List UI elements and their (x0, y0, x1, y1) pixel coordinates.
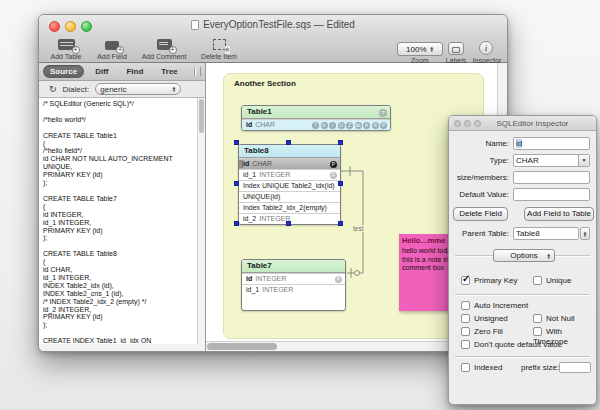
options-popup[interactable]: Options ▲▼ (493, 249, 555, 262)
autoincrement-badge: A (363, 122, 370, 129)
dont-quote-default-checkbox[interactable]: Don't quote default value (461, 340, 562, 351)
table8-field-id-1[interactable]: id_1INTEGER F (239, 169, 340, 180)
selection-handle[interactable] (338, 181, 343, 186)
checkbox-icon[interactable] (461, 327, 470, 336)
auto-increment-checkbox[interactable]: Auto Increment (461, 301, 528, 312)
zoom-stepper[interactable]: 100% ▲▼ (397, 42, 443, 56)
table7-field-id[interactable]: idINTEGER P (242, 273, 345, 284)
window-header: EveryOptionTestFile.sqs — Edited + Add T… (39, 15, 507, 63)
table8-index-row[interactable]: Index UNIQUE Table2_idx(id) (239, 180, 340, 191)
checkbox-icon[interactable] (461, 301, 470, 310)
prefix-size-label: prefix size: (521, 363, 559, 374)
with-timezone-checkbox[interactable]: With Timezone (533, 327, 596, 338)
indexed-badge: i (329, 122, 336, 129)
prefix-size-field[interactable] (559, 362, 591, 373)
checkbox-icon[interactable] (533, 276, 542, 285)
add-table-button[interactable]: + Add Table (45, 37, 87, 63)
minimize-window-button[interactable] (464, 120, 471, 127)
add-field-to-table-button[interactable]: Add Field to Table (524, 207, 594, 221)
unique-checkbox[interactable]: Unique (533, 276, 571, 287)
checkbox-icon[interactable] (533, 314, 542, 323)
selection-handle[interactable] (234, 221, 239, 226)
add-field-button[interactable]: + Add Field (91, 37, 133, 63)
inspector-title: SQLEditor Inspector (479, 119, 586, 128)
sql-source-text: /* SQLEditor (Generic SQL)*/ /*hello wor… (39, 98, 197, 344)
unique-badge: U (338, 122, 345, 129)
foreignkey-badge: F (330, 172, 337, 179)
size-members-label: size/members: (449, 171, 509, 184)
relation-label[interactable]: test (352, 225, 364, 232)
table7-field-id-1[interactable]: id_1INTEGER (242, 284, 345, 295)
tab-find[interactable]: Find (119, 65, 150, 78)
refresh-icon[interactable]: ↻ (49, 84, 57, 94)
table-table1[interactable]: Table1 ? idCHAR ? tz i U Z ab A N P (241, 105, 391, 131)
table-table7[interactable]: Table7 idINTEGER P id_1INTEGER (241, 259, 346, 311)
indexed-checkbox[interactable]: Indexed (461, 363, 502, 374)
add-comment-icon: + (157, 39, 172, 50)
field-option-badges: ? tz i U Z ab A N P (312, 122, 387, 129)
size-members-field[interactable] (513, 171, 590, 184)
table8-field-id[interactable]: idCHAR P (239, 158, 340, 169)
checkbox-icon[interactable] (461, 340, 470, 349)
minimize-window-button[interactable] (65, 21, 76, 32)
chevron-down-icon[interactable]: ▼ (578, 155, 589, 166)
selection-handle[interactable] (234, 140, 239, 145)
checkbox-icon[interactable] (461, 276, 470, 285)
checkbox-icon[interactable] (461, 314, 470, 323)
selection-handle[interactable] (338, 221, 343, 226)
close-window-button[interactable] (49, 21, 60, 32)
source-tabbar: Source Diff Find Tree (39, 63, 205, 81)
selection-handle[interactable] (338, 140, 343, 145)
table1-field-id[interactable]: idCHAR ? tz i U Z ab A N P (242, 119, 390, 130)
zerofill-badge: Z (346, 122, 353, 129)
selection-handle[interactable] (234, 181, 239, 186)
inspector-window: SQLEditor Inspector Name: id Type: CHAR▼… (448, 115, 597, 405)
unsigned-checkbox[interactable]: Unsigned (461, 314, 508, 325)
zoom-window-button[interactable] (81, 21, 92, 32)
primary-key-checkbox[interactable]: Primary Key (461, 276, 518, 287)
parent-table-label: Parent Table: (449, 227, 509, 240)
checkbox-icon[interactable] (461, 363, 470, 372)
sql-source-view[interactable]: /* SQLEditor (Generic SQL)*/ /*hello wor… (39, 98, 197, 344)
stepper-arrows-icon: ▲▼ (430, 46, 434, 53)
table7-header[interactable]: Table7 (242, 260, 345, 273)
source-vertical-scrollbar[interactable] (197, 98, 205, 344)
table8-index2-row[interactable]: Index Table2_idx_2(empty) (239, 202, 340, 213)
scrollbar-thumb[interactable] (199, 99, 204, 133)
scrollbar-thumb[interactable] (207, 343, 277, 350)
selection-handle[interactable] (286, 140, 291, 145)
not-null-checkbox[interactable]: Not Null (533, 314, 574, 325)
dialect-row: ↻ Dialect: generic ▲▼ (39, 81, 205, 98)
name-label: Name: (449, 137, 509, 150)
parent-table-field[interactable]: Table8 (513, 227, 579, 240)
type-combobox[interactable]: CHAR▼ (513, 154, 590, 167)
panel-splitter-grip[interactable] (194, 67, 201, 76)
delete-item-icon: × (213, 39, 226, 50)
tab-source[interactable]: Source (43, 65, 84, 78)
notnull-badge: N (372, 122, 379, 129)
delete-field-button[interactable]: Delete Field (453, 207, 508, 221)
inspector-button[interactable]: i (479, 41, 493, 55)
name-field[interactable]: id (513, 137, 590, 150)
timezone-badge: tz (321, 122, 328, 129)
delete-item-button[interactable]: × Delete Item (195, 37, 243, 63)
table8-header[interactable]: Table8 (239, 145, 340, 158)
tab-tree[interactable]: Tree (154, 65, 184, 78)
parent-table-stepper[interactable]: ▲▼ (580, 227, 590, 240)
table-table8[interactable]: Table8 idCHAR P id_1INTEGER F Index UNIQ… (238, 144, 341, 225)
selection-handle[interactable] (286, 221, 291, 226)
zero-fill-checkbox[interactable]: Zero Fill (461, 327, 503, 338)
tab-diff[interactable]: Diff (88, 65, 115, 78)
table1-header[interactable]: Table1 ? (242, 106, 390, 119)
dialect-label: Dialect: (63, 85, 90, 94)
dialect-select[interactable]: generic ▲▼ (95, 83, 181, 95)
primarykey-badge: P (330, 161, 337, 168)
document-icon (191, 20, 199, 30)
close-window-button[interactable] (454, 120, 461, 127)
default-value-field[interactable] (513, 188, 590, 201)
checkbox-icon[interactable] (533, 327, 542, 336)
table8-unique-row[interactable]: UNIQUE(id) (239, 191, 340, 202)
add-table-icon: + (58, 39, 75, 50)
labels-button[interactable] (448, 42, 464, 55)
add-comment-button[interactable]: + Add Comment (137, 37, 191, 63)
